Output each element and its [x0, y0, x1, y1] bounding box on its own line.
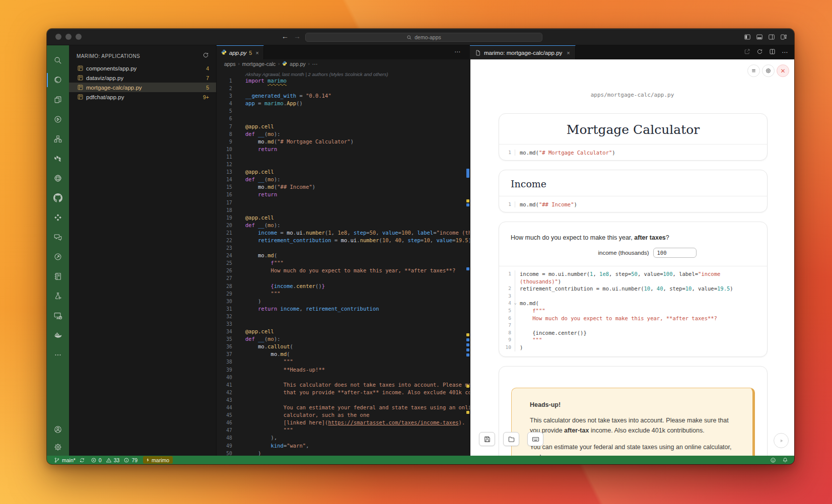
shutdown-button[interactable]: ✕: [777, 64, 789, 77]
marimo-status-chip[interactable]: marimo: [143, 456, 173, 464]
open-folder-button[interactable]: [503, 432, 519, 446]
code-line-32[interactable]: 32: [217, 313, 470, 320]
more-actions-icon[interactable]: ⋯: [782, 49, 788, 56]
problems-status[interactable]: 0 33 79: [91, 457, 137, 463]
publish-circle-icon[interactable]: [53, 252, 62, 261]
code-line-40[interactable]: 40: [217, 374, 470, 381]
zoom-window-button[interactable]: [76, 34, 82, 40]
search-icon[interactable]: [53, 56, 62, 65]
tab-app-py[interactable]: app.py 5 ×: [217, 45, 264, 59]
code-line-23[interactable]: 23: [217, 244, 470, 252]
org-boxes-icon[interactable]: [53, 134, 62, 143]
command-center-search[interactable]: demo-apps: [305, 33, 542, 42]
code-line-29[interactable]: 29 """: [217, 290, 470, 298]
code-line-9[interactable]: 9 mo.md("# Mortgage Calculator"): [217, 138, 470, 146]
code-line-18[interactable]: 18: [217, 206, 470, 214]
code-line-30[interactable]: 30 ): [217, 298, 470, 305]
sidebar-file-dataviz[interactable]: dataviz/app.py7: [69, 73, 216, 83]
more-ellipsis-icon[interactable]: [53, 350, 62, 359]
code-line-15[interactable]: 15 mo.md("## Income"): [217, 183, 470, 191]
globe-sphere-icon[interactable]: [53, 174, 62, 183]
code-line-17[interactable]: 17: [217, 199, 470, 206]
menu-button[interactable]: [747, 64, 760, 77]
sidebar-file-mortgage-calc[interactable]: mortgage-calc/app.py5: [69, 83, 216, 92]
code-line-46[interactable]: 46 [linked here](https://smartasset.com/…: [217, 419, 470, 426]
code-line-38[interactable]: 38 """: [217, 358, 470, 366]
toggle-sidebar-icon[interactable]: [744, 34, 751, 40]
code-line-35[interactable]: 35def __(mo):: [217, 335, 470, 343]
code-line-25[interactable]: 25 f""": [217, 259, 470, 267]
code-editor[interactable]: 1import marimo23__generated_with = "0.0.…: [217, 77, 470, 456]
app-settings-button[interactable]: [762, 64, 775, 77]
code-line-48[interactable]: 48 ),: [217, 434, 470, 442]
settings-gear-icon[interactable]: [53, 443, 62, 452]
preview-code-line-7[interactable]: 7: [499, 322, 760, 329]
diamonds-icon[interactable]: [53, 213, 62, 222]
close-tab-icon[interactable]: ×: [567, 50, 570, 56]
code-line-45[interactable]: 45 calculator, such as the one: [217, 411, 470, 419]
code-line-7[interactable]: 7@app.cell: [217, 123, 470, 130]
code-line-14[interactable]: 14def __(mo):: [217, 176, 470, 183]
tab-marimo-preview[interactable]: marimo: mortgage-calc/app.py ×: [470, 45, 576, 59]
save-button[interactable]: [479, 432, 495, 446]
code-line-24[interactable]: 24 mo.md(: [217, 252, 470, 259]
test-flask-icon[interactable]: [53, 292, 62, 301]
run-circle-icon[interactable]: [53, 115, 62, 124]
code-line-16[interactable]: 16 return: [217, 191, 470, 198]
feedback-smiley-icon[interactable]: [770, 457, 776, 463]
breadcrumb-item[interactable]: app.py: [290, 61, 306, 67]
code-line-49[interactable]: 49 kind="warn",: [217, 442, 470, 450]
code-line-4[interactable]: 4app = marimo.App(): [217, 100, 470, 107]
code-line-39[interactable]: 39 **Heads-up!**: [217, 366, 470, 374]
code-line-10[interactable]: 10 return: [217, 146, 470, 153]
cell-code[interactable]: 1income = mo.ui.number(1, 1e8, step=50, …: [499, 266, 767, 356]
split-editor-icon[interactable]: [769, 48, 776, 57]
github-icon[interactable]: [53, 193, 62, 202]
minimize-window-button[interactable]: [65, 34, 72, 40]
docker-icon[interactable]: [53, 331, 62, 340]
code-line-5[interactable]: 5: [217, 107, 470, 115]
code-line-19[interactable]: 19@app.cell: [217, 214, 470, 222]
remote-monitor-icon[interactable]: [53, 311, 62, 320]
code-line-21[interactable]: 21 income = mo.ui.number(1, 1e8, step=50…: [217, 229, 470, 237]
preview-code-line-5[interactable]: 5 f""": [499, 307, 760, 315]
preview-code-line-4[interactable]: 4⌄mo.md(: [499, 300, 760, 307]
code-line-12[interactable]: 12: [217, 161, 470, 168]
code-line-22[interactable]: 22 retirement_contribution = mo.ui.numbe…: [217, 237, 470, 244]
code-line-50[interactable]: 50 ): [217, 450, 470, 456]
files-icon[interactable]: [53, 95, 62, 104]
code-line-47[interactable]: 47 """: [217, 426, 470, 434]
forward-icon[interactable]: →: [294, 32, 301, 40]
run-app-button[interactable]: [774, 433, 789, 448]
comments-icon[interactable]: [53, 233, 62, 242]
preview-code-line-10[interactable]: 10): [499, 344, 760, 351]
code-line-31[interactable]: 31 return income, retirement_contributio…: [217, 305, 470, 313]
close-window-button[interactable]: [55, 34, 61, 40]
code-line-8[interactable]: 8def __(mo):: [217, 130, 470, 138]
income-number-input[interactable]: [653, 248, 697, 258]
cell-code[interactable]: 1 mo.md("# Mortgage Calculator"): [499, 144, 767, 160]
breadcrumb-item[interactable]: mortgage-calc: [242, 61, 276, 67]
preview-code-line-9[interactable]: 9 """: [499, 336, 760, 344]
preview-code-line-6[interactable]: 6 How much do you expect to make this ye…: [499, 315, 760, 322]
code-line-11[interactable]: 11: [217, 153, 470, 161]
keyboard-shortcuts-button[interactable]: [527, 432, 543, 446]
notebook-icon[interactable]: [53, 272, 62, 281]
code-line-41[interactable]: 41 This calculator does not take taxes i…: [217, 381, 470, 389]
code-line-44[interactable]: 44 You can estimate your federal and sta…: [217, 404, 470, 411]
code-line-26[interactable]: 26 How much do you expect to make this y…: [217, 267, 470, 274]
code-line-37[interactable]: 37 mo.md(: [217, 350, 470, 358]
code-line-33[interactable]: 33: [217, 320, 470, 328]
toggle-panel-icon[interactable]: [756, 34, 763, 40]
preview-code-line-1[interactable]: 1income = mo.ui.number(1, 1e8, step=50, …: [499, 270, 760, 285]
preview-code-line-3[interactable]: 3: [499, 293, 760, 300]
code-line-1[interactable]: 1import marimo: [217, 77, 470, 85]
open-external-icon[interactable]: [744, 48, 750, 57]
refresh-icon[interactable]: [202, 51, 209, 60]
notifications-bell-icon[interactable]: [782, 457, 788, 463]
marimo-icon[interactable]: [53, 76, 62, 85]
preview-code-line-2[interactable]: 2retirement_contribution = mo.ui.number(…: [499, 285, 760, 293]
code-line-43[interactable]: 43: [217, 396, 470, 404]
code-line-2[interactable]: 2: [217, 85, 470, 92]
code-line-13[interactable]: 13@app.cell: [217, 168, 470, 176]
